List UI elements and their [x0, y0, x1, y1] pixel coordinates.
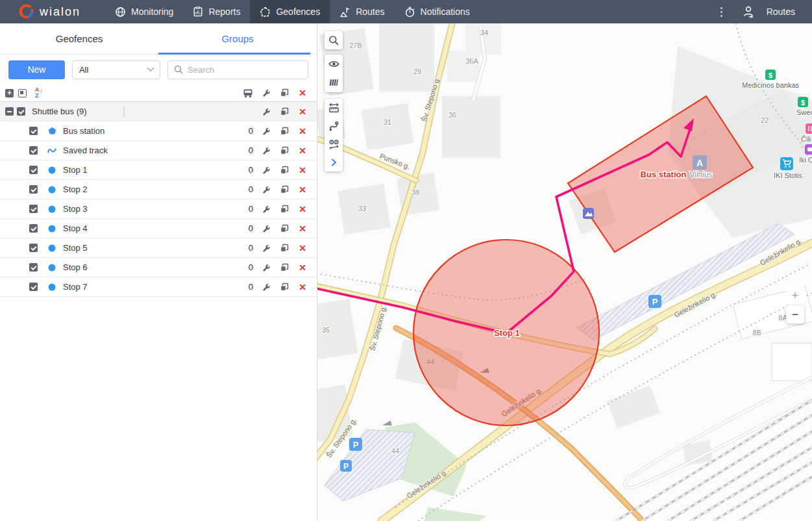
map-render: Šv. Stepono g. Šv. Stepono g. Šv. Stepon…	[317, 23, 812, 521]
group-properties-button[interactable]	[257, 107, 275, 116]
new-button[interactable]: New	[8, 60, 65, 79]
properties-column-icon[interactable]	[257, 88, 275, 97]
collapse-group-checkbox[interactable]	[5, 107, 14, 116]
row-copy-button[interactable]	[275, 205, 293, 214]
row-properties-button[interactable]	[257, 185, 275, 194]
visibility-button[interactable]	[325, 55, 343, 73]
row-checkbox[interactable]	[29, 166, 38, 174]
geofence-row[interactable]: Stop 6 0 ✕	[0, 258, 317, 277]
group-copy-button[interactable]	[275, 107, 293, 116]
nav-notifications[interactable]: Notifications	[395, 0, 480, 23]
row-copy-button[interactable]	[275, 244, 293, 253]
geofence-name: Stop 7	[63, 282, 88, 292]
row-delete-button[interactable]: ✕	[293, 166, 312, 175]
nav-monitoring[interactable]: Monitoring	[105, 0, 183, 23]
copy-icon	[280, 166, 289, 175]
filter-dropdown[interactable]: All	[72, 60, 160, 79]
nav-reports[interactable]: Reports	[183, 0, 250, 23]
geofence-row[interactable]: Stop 3 0 ✕	[0, 199, 317, 219]
poi-label: Swedbank	[796, 108, 812, 116]
stopwatch-icon	[404, 6, 415, 18]
circle-geofence-icon	[47, 166, 56, 174]
geofence-row[interactable]: Stop 5 0 ✕	[0, 238, 317, 258]
user-menu[interactable]: Routes	[742, 5, 795, 18]
row-copy-button[interactable]	[275, 127, 293, 136]
row-properties-button[interactable]	[257, 205, 275, 214]
row-checkbox[interactable]	[29, 244, 38, 252]
row-checkbox[interactable]	[29, 283, 38, 291]
zoom-in-button[interactable]: +	[786, 286, 804, 305]
geofence-row[interactable]: Stop 1 0 ✕	[0, 160, 317, 180]
group-row-shuttle-bus[interactable]: Shuttle bus (9) ✕	[0, 102, 317, 121]
copy-column-icon[interactable]	[275, 88, 293, 97]
row-copy-button[interactable]	[275, 224, 293, 233]
svg-text:A: A	[696, 158, 703, 168]
row-checkbox[interactable]	[29, 185, 38, 194]
row-delete-button[interactable]: ✕	[293, 263, 312, 272]
circle-geofence-icon	[47, 225, 56, 233]
row-delete-button[interactable]: ✕	[293, 244, 312, 253]
row-delete-button[interactable]: ✕	[293, 146, 312, 155]
row-properties-button[interactable]	[257, 263, 275, 272]
row-checkbox[interactable]	[29, 205, 38, 213]
tab-geofences[interactable]: Geofences	[0, 23, 158, 54]
unit-count: 0	[238, 282, 257, 292]
circle-geofence-icon	[47, 186, 56, 194]
row-copy-button[interactable]	[275, 263, 293, 272]
row-properties-button[interactable]	[257, 283, 275, 292]
group-checkbox[interactable]	[17, 107, 25, 116]
tab-groups[interactable]: Groups	[158, 23, 317, 54]
search-input[interactable]	[188, 65, 302, 75]
map-search-button[interactable]	[325, 31, 343, 49]
expand-tools-button[interactable]	[325, 153, 343, 172]
geofence-row[interactable]: Stop 2 0 ✕	[0, 180, 317, 199]
row-delete-button[interactable]: ✕	[293, 205, 312, 214]
row-copy-button[interactable]	[275, 146, 293, 155]
track-tool-button[interactable]	[325, 117, 343, 135]
row-properties-button[interactable]	[257, 127, 275, 136]
row-checkbox[interactable]	[29, 146, 38, 155]
geofence-row[interactable]: Bus station 0 ✕	[0, 121, 317, 141]
measure-distance-button[interactable]	[325, 99, 343, 117]
search-box[interactable]	[167, 60, 308, 79]
sort-az-icon[interactable]: AZ ↓	[35, 87, 43, 99]
geofence-name: Stop 5	[63, 243, 88, 253]
row-checkbox[interactable]	[29, 224, 38, 233]
row-properties-button[interactable]	[257, 224, 275, 233]
row-properties-button[interactable]	[257, 244, 275, 253]
search-icon	[328, 35, 339, 45]
row-checkbox[interactable]	[29, 263, 38, 272]
geofence-row[interactable]: Saved track 0 ✕	[0, 141, 317, 160]
row-delete-button[interactable]: ✕	[293, 283, 312, 292]
nav-geofences[interactable]: Geofences	[250, 0, 330, 23]
poi-label: Medicinos bankas	[742, 81, 800, 89]
select-all-checkbox[interactable]	[18, 89, 27, 97]
map-canvas[interactable]: Šv. Stepono g. Šv. Stepono g. Šv. Stepon…	[317, 23, 812, 521]
row-copy-button[interactable]	[275, 185, 293, 194]
kebab-menu-icon[interactable]	[718, 5, 725, 19]
row-delete-button[interactable]: ✕	[293, 224, 312, 233]
wrench-icon	[262, 244, 271, 253]
row-properties-button[interactable]	[257, 146, 275, 155]
group-delete-button[interactable]: ✕	[293, 107, 312, 116]
nav-routes-label: Routes	[356, 6, 384, 17]
geofence-row[interactable]: Stop 7 0 ✕	[0, 277, 317, 297]
units-column-icon[interactable]	[239, 88, 257, 98]
row-copy-button[interactable]	[275, 166, 293, 175]
map-layers-button[interactable]	[325, 73, 343, 91]
row-checkbox[interactable]	[29, 127, 38, 135]
add-group-icon[interactable]: +	[5, 89, 14, 97]
delete-column-icon[interactable]: ✕	[293, 88, 312, 97]
zoom-out-button[interactable]: −	[786, 305, 804, 324]
row-copy-button[interactable]	[275, 283, 293, 292]
geofence-row[interactable]: Stop 4 0 ✕	[0, 219, 317, 238]
building-number: 35	[322, 326, 330, 334]
copy-icon	[280, 127, 289, 136]
wialon-logo[interactable]: wialon	[19, 5, 80, 19]
row-properties-button[interactable]	[257, 166, 275, 175]
nearest-units-button[interactable]	[325, 135, 343, 153]
unit-count: 0	[238, 184, 257, 194]
row-delete-button[interactable]: ✕	[293, 185, 312, 194]
nav-routes[interactable]: Routes	[330, 0, 394, 23]
row-delete-button[interactable]: ✕	[293, 127, 312, 136]
